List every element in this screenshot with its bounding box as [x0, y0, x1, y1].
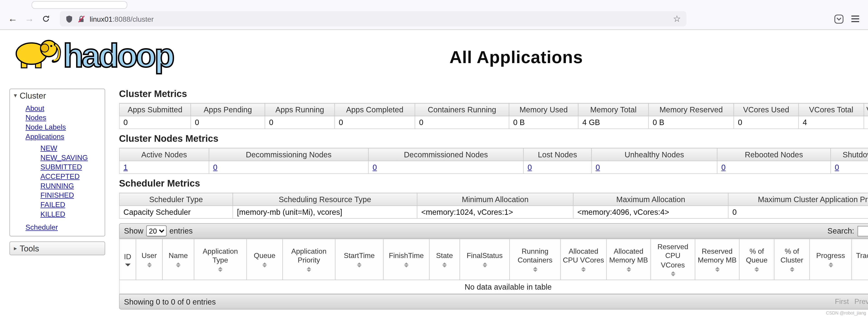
- sidebar-item-nodes[interactable]: Nodes: [26, 114, 105, 122]
- sort-both-icon: [626, 266, 631, 272]
- node-metric-link[interactable]: 0: [528, 163, 532, 171]
- apps-column-header[interactable]: Tracking UI: [852, 239, 868, 280]
- metric-value: 0 B: [509, 116, 578, 129]
- browser-tab[interactable]: [32, 1, 127, 9]
- cluster-metrics-heading: Cluster Metrics: [119, 89, 868, 100]
- sidebar-item-finished[interactable]: FINISHED: [40, 191, 105, 199]
- column-header: Shutdown Nodes: [831, 148, 868, 161]
- forward-button[interactable]: →: [22, 11, 37, 26]
- column-header: Containers Running: [415, 103, 509, 116]
- column-header: Lost Nodes: [524, 148, 592, 161]
- node-metric-link[interactable]: 0: [721, 163, 725, 171]
- page-size-select[interactable]: 20: [146, 225, 167, 236]
- pocket-icon[interactable]: [834, 14, 844, 24]
- sidebar-item-new[interactable]: NEW: [40, 144, 105, 152]
- apps-table-toolbar: Show 20 entries Search:: [119, 223, 868, 239]
- sort-both-icon: [581, 266, 586, 272]
- sort-both-icon: [176, 262, 181, 267]
- sidebar-item-node-labels[interactable]: Node Labels: [26, 123, 105, 131]
- apps-column-header[interactable]: % of Cluster: [774, 239, 810, 280]
- watermark: CSDN @robot_jiang: [826, 311, 866, 316]
- apps-column-header[interactable]: % of Queue: [739, 239, 774, 280]
- apps-column-header[interactable]: Progress: [810, 239, 852, 280]
- sort-both-icon: [147, 262, 151, 267]
- sidebar-item-accepted[interactable]: ACCEPTED: [40, 172, 105, 181]
- sort-both-icon: [483, 262, 487, 267]
- sidebar-item-killed[interactable]: KILLED: [40, 210, 105, 218]
- apps-column-header-id[interactable]: ID: [119, 239, 136, 280]
- empty-table-row: No data available in table: [119, 280, 868, 293]
- column-header: Unhealthy Nodes: [592, 148, 717, 161]
- applications-table: ID User Name Application Type: [119, 239, 868, 294]
- cluster-accordion-header[interactable]: ▾ Cluster: [10, 89, 105, 102]
- tools-nav-label: Tools: [20, 244, 39, 253]
- table-row: 1 0 0 0 0 0 0: [119, 161, 868, 173]
- tracking-protection-shield-icon[interactable]: [65, 15, 73, 23]
- browser-toolbar: ← → linux01:8088/cluster ☆: [0, 9, 868, 29]
- apps-column-header[interactable]: Reserved CPU VCores: [651, 239, 695, 280]
- show-label: Show: [124, 227, 144, 235]
- search-input[interactable]: [857, 226, 868, 236]
- apps-column-header[interactable]: Allocated CPU VCores: [561, 239, 607, 280]
- sidebar-item-failed[interactable]: FAILED: [40, 200, 105, 209]
- apps-column-header[interactable]: FinalStatus: [460, 239, 509, 280]
- metric-value: 0: [728, 206, 868, 218]
- apps-column-header[interactable]: Allocated Memory MB: [607, 239, 651, 280]
- sort-both-icon: [218, 266, 223, 272]
- sidebar: ▾ Cluster About Nodes Node Labels Applic…: [9, 89, 105, 255]
- sidebar-item-running[interactable]: RUNNING: [40, 182, 105, 190]
- chevron-down-icon: ▾: [14, 92, 17, 99]
- metric-value: 0: [119, 116, 191, 129]
- metric-value: 0: [864, 116, 868, 129]
- apps-column-header[interactable]: State: [429, 239, 460, 280]
- sort-both-icon: [307, 266, 311, 272]
- metric-value: 0: [191, 116, 265, 129]
- pagination-first-button[interactable]: First: [835, 297, 849, 306]
- apps-column-header[interactable]: Application Priority: [283, 239, 335, 280]
- apps-column-header[interactable]: Running Containers: [509, 239, 560, 280]
- apps-column-header[interactable]: Name: [162, 239, 194, 280]
- sidebar-item-about[interactable]: About: [26, 104, 105, 113]
- column-header: Maximum Allocation: [573, 193, 728, 205]
- entries-label: entries: [169, 227, 193, 235]
- node-metric-link[interactable]: 1: [123, 163, 128, 171]
- url-bar[interactable]: linux01:8088/cluster ☆: [60, 11, 686, 27]
- metric-value: 4 GB: [578, 116, 649, 129]
- metric-value: <memory:4096, vCores:4>: [573, 206, 728, 218]
- url-text: linux01:8088/cluster: [90, 15, 154, 23]
- bookmark-star-icon[interactable]: ☆: [673, 14, 681, 23]
- metric-value: 0 B: [649, 116, 734, 129]
- sort-both-icon: [442, 262, 447, 267]
- back-button[interactable]: ←: [5, 11, 20, 26]
- table-row: Capacity Scheduler [memory-mb (unit=Mi),…: [119, 206, 868, 218]
- apps-column-header[interactable]: FinishTime: [383, 239, 429, 280]
- column-header: Scheduling Resource Type: [233, 193, 417, 205]
- tools-accordion-header[interactable]: ▸ Tools: [10, 242, 105, 255]
- metric-value: 0: [265, 116, 335, 129]
- sidebar-item-applications[interactable]: Applications NEW NEW_SAVING SUBMITTED AC…: [26, 132, 105, 218]
- apps-column-header[interactable]: Application Type: [194, 239, 247, 280]
- metric-value: 4: [799, 116, 864, 129]
- insecure-connection-lock-icon[interactable]: [78, 15, 85, 23]
- column-header: Apps Pending: [191, 103, 265, 116]
- node-metric-link[interactable]: 0: [213, 163, 217, 171]
- column-header: Memory Total: [578, 103, 649, 116]
- apps-column-header[interactable]: Reserved Memory MB: [695, 239, 739, 280]
- node-metric-link[interactable]: 0: [596, 163, 600, 171]
- apps-column-header[interactable]: User: [136, 239, 162, 280]
- pagination-previous-button[interactable]: Previous: [855, 297, 868, 306]
- metric-value: 0: [415, 116, 509, 129]
- apps-column-header[interactable]: StartTime: [335, 239, 383, 280]
- refresh-button[interactable]: [39, 11, 53, 26]
- sidebar-item-new-saving[interactable]: NEW_SAVING: [40, 153, 105, 162]
- sort-both-icon: [262, 262, 267, 267]
- sidebar-item-scheduler[interactable]: Scheduler: [26, 223, 105, 231]
- sidebar-item-submitted[interactable]: SUBMITTED: [40, 163, 105, 171]
- apps-table-footer: Showing 0 to 0 of 0 entries First Previo…: [119, 294, 868, 310]
- node-metric-link[interactable]: 0: [373, 163, 377, 171]
- cluster-metrics-table: Apps Submitted Apps Pending Apps Running…: [119, 103, 868, 129]
- chevron-right-icon: ▸: [14, 245, 17, 252]
- apps-column-header[interactable]: Queue: [247, 239, 283, 280]
- node-metric-link[interactable]: 0: [835, 163, 839, 171]
- menu-icon[interactable]: [851, 15, 859, 22]
